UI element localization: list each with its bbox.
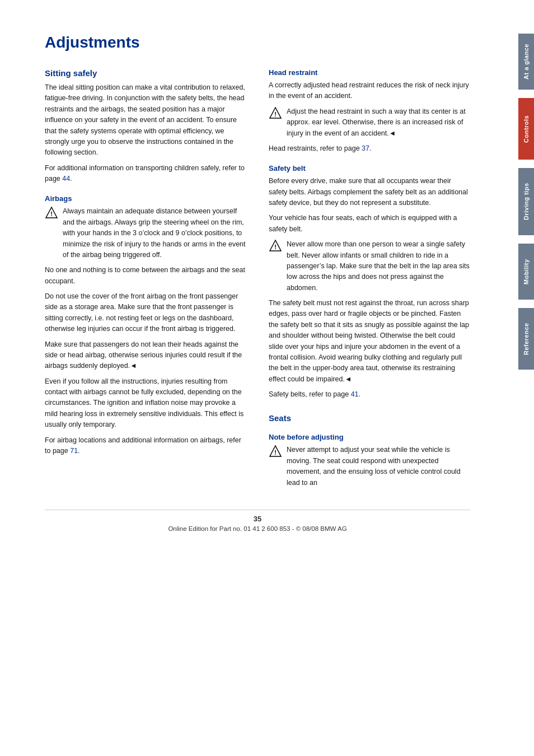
safety-belt-para3: The safety belt must not rest against th…	[269, 298, 470, 385]
svg-text:!: !	[274, 111, 277, 118]
sitting-safely-intro: The ideal sitting position can make a vi…	[45, 82, 246, 158]
airbags-warning-text: Always maintain an adequate distance bet…	[63, 206, 246, 260]
seats-warning-text: Never attempt to adjust your seat while …	[287, 445, 470, 488]
safety-belt-ref: Safety belts, refer to page 41.	[269, 389, 470, 400]
svg-text:!: !	[274, 449, 277, 456]
sidebar-item-controls[interactable]: Controls	[518, 98, 534, 160]
page-title: Adjustments	[45, 34, 470, 52]
airbags-para1: No one and nothing is to come between th…	[45, 265, 246, 287]
footer-text: Online Edition for Part no. 01 41 2 600 …	[168, 525, 346, 532]
warning-icon-head-restraint: !	[269, 106, 282, 120]
sitting-safely-children-ref: For additional information on transporti…	[45, 163, 246, 185]
warning-icon-seats: !	[269, 445, 282, 458]
sidebar-label-at-a-glance: At a glance	[523, 44, 530, 80]
svg-text:!: !	[50, 211, 53, 217]
head-restraint-para1: A correctly adjusted head restraint redu…	[269, 80, 470, 102]
page-container: Adjustments Sitting safely The ideal sit…	[0, 0, 534, 756]
airbags-para3: Make sure that passengers do not lean th…	[45, 339, 246, 372]
safety-belt-para2: Your vehicle has four seats, each of whi…	[269, 213, 470, 235]
head-restraint-warning-box: ! Adjust the head restraint in such a wa…	[269, 106, 470, 139]
airbags-para4: Even if you follow all the instructions,…	[45, 376, 246, 431]
page-number: 35	[45, 515, 470, 523]
sidebar: At a glance Controls Driving tips Mobili…	[487, 0, 534, 756]
svg-text:!: !	[274, 244, 277, 250]
head-restraint-warning-text: Adjust the head restraint in such a way …	[287, 106, 470, 139]
two-col-layout: Sitting safely The ideal sitting positio…	[45, 68, 470, 493]
sidebar-label-mobility: Mobility	[523, 259, 530, 284]
sidebar-item-at-a-glance[interactable]: At a glance	[518, 34, 534, 90]
safety-belt-warning-text: Never allow more than one person to wear…	[287, 239, 470, 293]
airbags-warning-box: ! Always maintain an adequate distance b…	[45, 206, 246, 260]
page-footer: 35 Online Edition for Part no. 01 41 2 6…	[45, 510, 470, 532]
sidebar-label-driving-tips: Driving tips	[523, 183, 530, 221]
head-restraint-heading: Head restraint	[269, 68, 470, 77]
sitting-safely-heading: Sitting safely	[45, 68, 246, 78]
note-before-adjusting-heading: Note before adjusting	[269, 433, 470, 441]
seats-warning-box: ! Never attempt to adjust your seat whil…	[269, 445, 470, 488]
col-left: Sitting safely The ideal sitting positio…	[45, 68, 246, 493]
airbags-ref: For airbag locations and additional info…	[45, 435, 246, 457]
airbags-heading: Airbags	[45, 194, 246, 203]
safety-belt-warning-box: ! Never allow more than one person to we…	[269, 239, 470, 293]
warning-icon-airbags: !	[45, 206, 58, 220]
children-page-link[interactable]: 44	[62, 175, 70, 183]
sidebar-item-reference[interactable]: Reference	[518, 308, 534, 370]
sidebar-label-reference: Reference	[523, 323, 530, 355]
safety-belt-page-link[interactable]: 41	[351, 390, 359, 398]
sidebar-label-controls: Controls	[523, 115, 530, 142]
warning-icon-safety-belt: !	[269, 239, 282, 253]
main-content: Adjustments Sitting safely The ideal sit…	[0, 0, 487, 756]
sidebar-item-mobility[interactable]: Mobility	[518, 244, 534, 300]
airbags-page-link[interactable]: 71	[70, 447, 78, 455]
sidebar-item-driving-tips[interactable]: Driving tips	[518, 168, 534, 235]
seats-heading: Seats	[269, 413, 470, 423]
col-right: Head restraint A correctly adjusted head…	[269, 68, 470, 493]
airbags-para2: Do not use the cover of the front airbag…	[45, 291, 246, 335]
head-restraint-page-link[interactable]: 37	[362, 144, 369, 152]
safety-belt-para1: Before every drive, make sure that all o…	[269, 176, 470, 208]
head-restraint-ref: Head restraints, refer to page 37.	[269, 143, 470, 154]
safety-belt-heading: Safety belt	[269, 164, 470, 172]
